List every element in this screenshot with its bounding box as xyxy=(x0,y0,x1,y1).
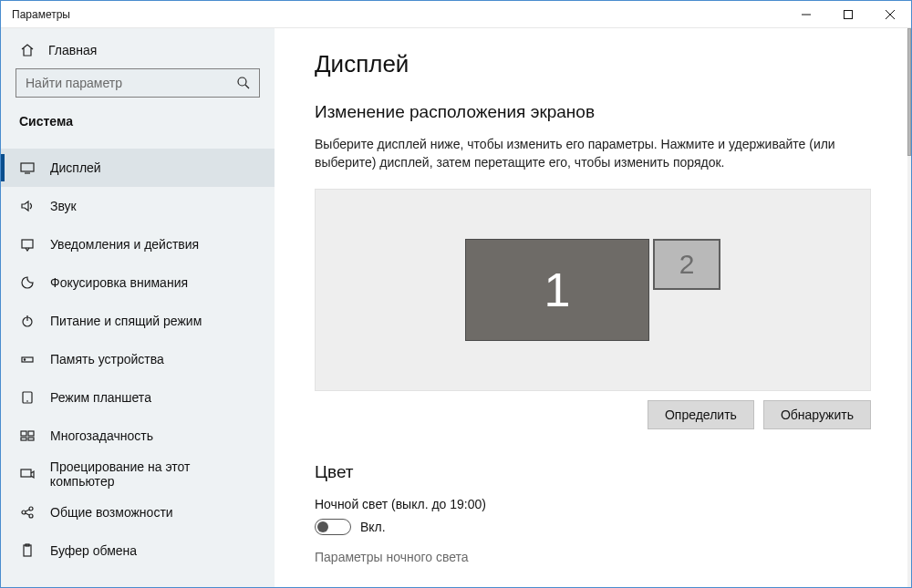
sidebar-item-label: Проецирование на этот компьютер xyxy=(50,459,256,489)
titlebar: Параметры xyxy=(1,1,911,28)
search-icon[interactable] xyxy=(228,76,259,90)
svg-rect-25 xyxy=(24,545,31,556)
svg-point-20 xyxy=(22,511,26,514)
sidebar-item-shared[interactable]: Общие возможности xyxy=(1,493,275,531)
display-icon xyxy=(19,160,36,175)
page-title: Дисплей xyxy=(315,50,871,78)
sidebar-nav: Дисплей Звук Уведомления и действия xyxy=(1,149,275,570)
sidebar-item-label: Звук xyxy=(50,199,77,213)
shared-icon xyxy=(19,505,36,520)
night-light-settings-link[interactable]: Параметры ночного света xyxy=(315,550,871,564)
scrollbar-thumb[interactable] xyxy=(907,28,911,156)
monitor-2[interactable]: 2 xyxy=(653,239,720,290)
svg-rect-16 xyxy=(28,431,34,436)
sidebar-section-title: Система xyxy=(1,114,275,149)
home-label: Главная xyxy=(48,43,97,57)
sidebar-item-label: Многозадачность xyxy=(50,428,153,443)
search-box[interactable] xyxy=(16,68,260,98)
home-nav[interactable]: Главная xyxy=(1,36,275,68)
svg-line-23 xyxy=(26,510,29,511)
identify-button[interactable]: Определить xyxy=(648,400,754,429)
window-title: Параметры xyxy=(1,8,785,21)
svg-rect-6 xyxy=(21,163,34,171)
sidebar-item-label: Питание и спящий режим xyxy=(50,314,202,328)
svg-point-22 xyxy=(29,514,33,518)
sidebar-item-clipboard[interactable]: Буфер обмена xyxy=(1,531,275,570)
sidebar: Главная Система Дисплей xyxy=(1,28,275,587)
sidebar-item-storage[interactable]: Память устройства xyxy=(1,340,275,378)
close-button[interactable] xyxy=(869,1,911,27)
sidebar-item-label: Память устройства xyxy=(50,352,164,366)
power-icon xyxy=(19,314,36,328)
svg-rect-1 xyxy=(845,10,853,18)
display-arrangement-area[interactable]: 1 2 xyxy=(315,189,871,391)
window-body: Главная Система Дисплей xyxy=(1,28,911,587)
sidebar-item-tablet[interactable]: Режим планшета xyxy=(1,378,275,417)
monitors-group: 1 2 xyxy=(316,190,870,390)
sidebar-item-power[interactable]: Питание и спящий режим xyxy=(1,302,275,340)
toggle-state-label: Вкл. xyxy=(360,520,386,534)
sidebar-item-display[interactable]: Дисплей xyxy=(1,149,275,187)
sidebar-item-sound[interactable]: Звук xyxy=(1,187,275,225)
svg-point-21 xyxy=(29,507,33,511)
sidebar-item-multitask[interactable]: Многозадачность xyxy=(1,417,275,455)
night-light-toggle-row: Вкл. xyxy=(315,519,871,535)
svg-rect-8 xyxy=(22,240,33,248)
sidebar-item-notifications[interactable]: Уведомления и действия xyxy=(1,225,275,263)
search-input[interactable] xyxy=(16,69,228,97)
night-light-label: Ночной свет (выкл. до 19:00) xyxy=(315,497,871,511)
display-buttons-row: Определить Обнаружить xyxy=(315,400,871,429)
sidebar-item-label: Уведомления и действия xyxy=(50,237,199,252)
notifications-icon xyxy=(19,237,36,252)
night-light-toggle[interactable] xyxy=(315,519,351,535)
sidebar-item-focus[interactable]: Фокусировка внимания xyxy=(1,263,275,302)
multitask-icon xyxy=(19,428,36,443)
arrange-description: Выберите дисплей ниже, чтобы изменить ег… xyxy=(315,135,871,172)
arrange-heading: Изменение расположения экранов xyxy=(315,102,871,122)
minimize-button[interactable] xyxy=(785,1,827,27)
tablet-icon xyxy=(19,390,36,405)
home-icon xyxy=(19,43,36,57)
sidebar-item-label: Режим планшета xyxy=(50,390,151,405)
svg-line-5 xyxy=(245,85,249,88)
sidebar-item-projecting[interactable]: Проецирование на этот компьютер xyxy=(1,455,275,493)
scrollbar-track[interactable] xyxy=(907,28,911,587)
color-heading: Цвет xyxy=(315,462,871,482)
svg-rect-17 xyxy=(21,438,26,440)
projecting-icon xyxy=(19,467,36,481)
sound-icon xyxy=(19,199,36,213)
sidebar-item-label: Общие возможности xyxy=(50,505,173,520)
svg-rect-15 xyxy=(21,431,26,436)
svg-line-24 xyxy=(26,513,29,515)
storage-icon xyxy=(19,352,36,366)
settings-window: Параметры Главная xyxy=(0,0,912,588)
svg-point-12 xyxy=(24,359,25,360)
maximize-button[interactable] xyxy=(827,1,869,27)
window-controls xyxy=(785,1,911,27)
monitor-1[interactable]: 1 xyxy=(465,239,649,341)
svg-point-4 xyxy=(238,77,246,86)
toggle-knob xyxy=(317,521,328,532)
search-container xyxy=(1,68,275,114)
svg-rect-19 xyxy=(21,469,31,477)
focus-icon xyxy=(19,275,36,290)
svg-rect-18 xyxy=(28,438,34,440)
clipboard-icon xyxy=(19,543,36,558)
detect-button[interactable]: Обнаружить xyxy=(763,400,871,429)
sidebar-item-label: Дисплей xyxy=(50,160,101,175)
sidebar-item-label: Фокусировка внимания xyxy=(50,275,188,290)
content-area: Дисплей Изменение расположения экранов В… xyxy=(275,28,911,587)
sidebar-item-label: Буфер обмена xyxy=(50,543,137,558)
